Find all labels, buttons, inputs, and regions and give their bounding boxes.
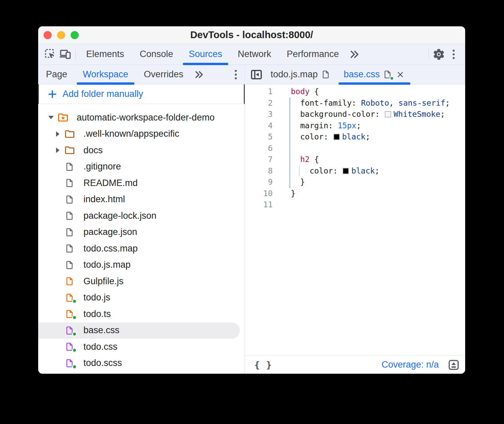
- tree-item-label: package.json: [83, 227, 137, 237]
- synced-dot-icon: [72, 332, 77, 337]
- editor-pane: todo.js.map base.css 1 body { 2 font-fam…: [245, 65, 465, 374]
- tree-item-gulpfile-js[interactable]: Gulpfile.js: [38, 273, 245, 290]
- code-line-5: 5 color: black;: [245, 131, 465, 143]
- tree-item-todo-css-map[interactable]: todo.css.map: [38, 240, 245, 257]
- plus-icon: [47, 89, 58, 100]
- line-content: }: [275, 188, 296, 200]
- add-folder-label: Add folder manually: [62, 89, 143, 99]
- tab-performance[interactable]: Performance: [279, 44, 347, 64]
- show-drawer-icon[interactable]: [448, 359, 460, 371]
- file-icon: [64, 178, 75, 188]
- tree-item-todo-js[interactable]: todo.js: [38, 290, 245, 306]
- synced-dot-icon: [389, 76, 394, 81]
- tree-item-todo-css[interactable]: todo.css: [38, 339, 245, 355]
- tree-item-todo-ts[interactable]: todo.ts: [38, 306, 245, 322]
- inspect-icon[interactable]: [43, 47, 58, 62]
- more-tabs-icon[interactable]: [347, 47, 361, 62]
- main-toolbar: Elements Console Sources Network Perform…: [38, 44, 465, 65]
- synced-dot-icon: [72, 315, 77, 320]
- line-content: [275, 143, 291, 154]
- tree-item-label: .gitignore: [83, 161, 121, 172]
- line-content: color: black;: [275, 165, 379, 177]
- coverage-link[interactable]: Coverage: n/a: [381, 360, 439, 370]
- kebab-dots: [453, 50, 455, 59]
- device-toolbar-icon[interactable]: [58, 47, 73, 62]
- tab-label: Elements: [86, 49, 124, 59]
- tab-label: Console: [140, 49, 173, 59]
- window-title: DevTools - localhost:8000/: [38, 29, 465, 41]
- navigator-more-options-icon[interactable]: [228, 67, 243, 82]
- indent-guide: [299, 165, 300, 177]
- code-line-4: 4 margin: 15px;: [245, 120, 465, 132]
- sidebar-tab-page[interactable]: Page: [38, 65, 75, 84]
- line-content: font-family: Roboto, sans-serif;: [275, 98, 450, 109]
- line-number: 4: [245, 120, 275, 132]
- disclosure-triangle-icon[interactable]: [45, 116, 57, 119]
- editor-tab-base-css[interactable]: base.css: [337, 65, 412, 84]
- tree-item-label: README.md: [83, 178, 138, 188]
- tree-item-label: todo.ts: [83, 309, 111, 319]
- tree-item-index-html[interactable]: index.html: [38, 191, 245, 208]
- color-swatch[interactable]: [333, 134, 340, 140]
- code-line-8: 8 color: black;: [245, 165, 465, 177]
- tab-label: Overrides: [144, 69, 183, 80]
- navigator-sidebar: Page Workspace Overrides Add folder manu…: [38, 65, 245, 374]
- tree-item-base-css[interactable]: base.css: [38, 322, 240, 339]
- tree-item-label: todo.css: [83, 342, 118, 352]
- tab-sources[interactable]: Sources: [181, 44, 230, 64]
- tree-item-label: todo.scss: [83, 358, 122, 368]
- tab-elements[interactable]: Elements: [78, 44, 132, 64]
- tab-label: Workspace: [83, 69, 128, 80]
- indent-guide: [289, 98, 290, 188]
- code-line-3: 3 background-color: WhiteSmoke;: [245, 109, 465, 120]
- disclosure-triangle-icon[interactable]: [52, 148, 64, 153]
- tree-item-package-json[interactable]: package.json: [38, 224, 245, 241]
- file-icon: [64, 162, 75, 171]
- editor-tab-todo-js-map[interactable]: todo.js.map: [264, 65, 337, 84]
- code-line-7: 7 h2 {: [245, 154, 465, 165]
- tree-item-todo-js-map[interactable]: todo.js.map: [38, 257, 245, 273]
- line-number: 8: [245, 165, 275, 177]
- tab-label: Performance: [287, 49, 339, 59]
- tree-item-well-known-appspecific[interactable]: .well-known/appspecific: [38, 126, 245, 142]
- editor-tab-label: base.css: [344, 69, 380, 80]
- line-content: background-color: WhiteSmoke;: [275, 109, 445, 120]
- tree-item-readme-md[interactable]: README.md: [38, 175, 245, 191]
- tree-item-todo-scss[interactable]: todo.scss: [38, 355, 245, 372]
- pretty-print-icon[interactable]: { }: [254, 360, 272, 370]
- code-editor[interactable]: 1 body { 2 font-family: Roboto, sans-ser…: [245, 84, 465, 355]
- toolbar-separator: [75, 49, 76, 59]
- line-number: 9: [245, 177, 275, 188]
- navigator-tab-strip: Page Workspace Overrides: [38, 65, 245, 84]
- line-number: 5: [245, 131, 275, 143]
- tab-label: Page: [46, 69, 67, 80]
- disclosure-triangle-icon[interactable]: [52, 131, 64, 137]
- tab-console[interactable]: Console: [132, 44, 181, 64]
- tab-network[interactable]: Network: [230, 44, 279, 64]
- line-number: 6: [245, 143, 275, 154]
- settings-gear-icon[interactable]: [431, 47, 446, 62]
- tree-item-label: package-lock.json: [83, 211, 156, 221]
- tree-item-automatic-workspace-folder-demo[interactable]: automatic-workspace-folder-demo: [38, 109, 245, 126]
- toggle-navigator-icon[interactable]: [249, 67, 264, 82]
- sidebar-tab-workspace[interactable]: Workspace: [75, 65, 136, 84]
- tree-item-docs[interactable]: docs: [38, 142, 245, 159]
- color-swatch[interactable]: [385, 111, 391, 117]
- file-icon: [64, 359, 75, 368]
- more-navigator-tabs-icon[interactable]: [191, 67, 206, 82]
- add-folder-button[interactable]: Add folder manually: [38, 84, 245, 104]
- editor-tab-label: todo.js.map: [271, 69, 318, 80]
- titlebar: DevTools - localhost:8000/: [38, 26, 465, 44]
- file-icon: [64, 326, 75, 335]
- more-options-icon[interactable]: [446, 47, 461, 62]
- color-swatch[interactable]: [343, 168, 349, 174]
- tree-item-package-lock-json[interactable]: package-lock.json: [38, 208, 245, 224]
- tree-item-label: automatic-workspace-folder-demo: [77, 112, 215, 123]
- line-content: body {: [275, 86, 319, 98]
- tree-item-gitignore[interactable]: .gitignore: [38, 159, 245, 175]
- synced-dot-icon: [72, 348, 77, 353]
- sidebar-tab-overrides[interactable]: Overrides: [136, 65, 191, 84]
- code-line-6: 6: [245, 143, 465, 154]
- file-icon: [64, 228, 75, 237]
- close-tab-icon[interactable]: [396, 70, 405, 79]
